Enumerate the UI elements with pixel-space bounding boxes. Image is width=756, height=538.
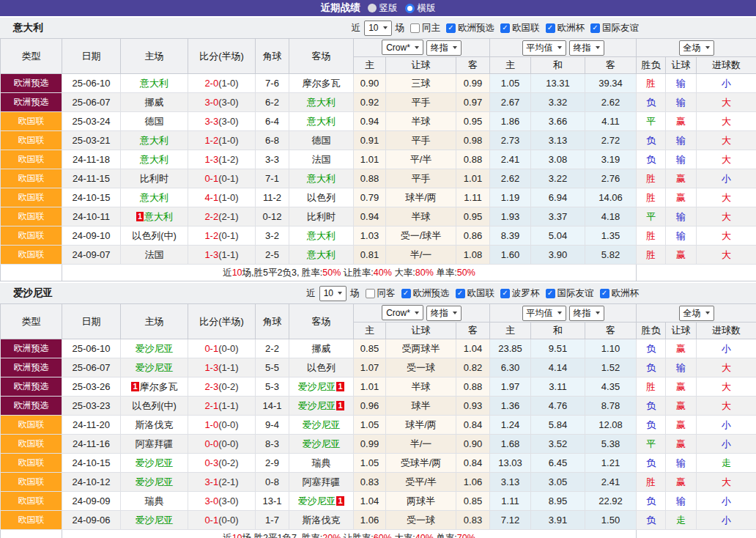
- asia-handicap: 受球半/两: [386, 454, 456, 473]
- radio-checked-icon[interactable]: [405, 4, 415, 13]
- result-handicap: 赢: [676, 249, 686, 260]
- competition-checkbox[interactable]: ✓: [500, 23, 510, 33]
- bookmaker-select[interactable]: Crow*: [382, 305, 423, 320]
- date-cell: 25-06-07: [62, 358, 121, 377]
- res-cell: 大: [697, 150, 756, 169]
- scope-select[interactable]: 全场: [679, 306, 714, 321]
- competition-label: 欧洲杯: [557, 22, 585, 34]
- res-cell: 赢: [666, 473, 697, 492]
- team-name: 爱沙尼亚: [13, 287, 53, 300]
- competition-checkbox[interactable]: ✓: [590, 23, 600, 33]
- score-cell: 3-1(2-1): [188, 473, 256, 492]
- odds-select-cell: 全场: [637, 39, 756, 57]
- score-cell: 0-1(0-1): [188, 169, 256, 188]
- date-cell: 25-06-10: [62, 339, 121, 358]
- asia-handicap: 受平/半: [386, 473, 456, 492]
- res-cell: 负: [637, 397, 666, 416]
- asia-home-odds: 0.85: [354, 339, 386, 358]
- radio-unchecked-icon[interactable]: [368, 4, 377, 12]
- euro-home-odds: 1.19: [490, 188, 531, 207]
- asia-stage-select[interactable]: 终指: [426, 40, 462, 56]
- euro-away-odds: 1.50: [585, 511, 637, 530]
- filter-bar: 近10场同客✓欧洲预选✓欧国联✓波罗杯✓国际友谊✓欧洲杯: [306, 286, 639, 301]
- column-subheader: 和: [531, 323, 585, 339]
- euro-draw-odds: 6.45: [531, 454, 585, 473]
- euro-home-odds: 23.85: [490, 339, 531, 358]
- competition-checkbox[interactable]: ✓: [546, 23, 555, 33]
- home-team-cell: 以色列(中): [121, 397, 188, 416]
- result-handicap: 输: [676, 457, 686, 468]
- euro-home-odds: 8.39: [490, 226, 531, 246]
- euro-source-select[interactable]: 平均值: [522, 40, 566, 56]
- summary-spacer-right: [637, 265, 756, 281]
- scope-select[interactable]: 全场: [679, 40, 714, 56]
- competition-cell: 欧洲预选: [1, 339, 62, 358]
- euro-stage-select[interactable]: 终指: [569, 306, 604, 321]
- euro-source-select[interactable]: 平均值: [522, 306, 566, 321]
- competition-checkbox[interactable]: ✓: [500, 289, 510, 298]
- column-header: 客场: [289, 39, 354, 74]
- score-cell: 1-3(1-2): [188, 150, 256, 169]
- table-row: 欧国联24-11-16阿塞拜疆0-0(0-0)8-3爱沙尼亚0.99半/一0.9…: [1, 435, 756, 454]
- res-cell: 负: [637, 358, 666, 377]
- competition-cell: 欧国联: [1, 492, 62, 511]
- fulltime-score: 2-3: [204, 381, 218, 392]
- asia-home-odds: 1.07: [354, 358, 386, 377]
- res-cell: 输: [666, 93, 697, 112]
- summary-segment: 大率:: [392, 533, 415, 538]
- team-name-text: 意大利: [140, 154, 168, 165]
- result-handicap: 赢: [676, 419, 686, 430]
- euro-draw-odds: 5.84: [531, 416, 585, 435]
- competition-checkbox[interactable]: ✓: [401, 289, 411, 298]
- horizontal-layout-label: 横版: [418, 2, 436, 15]
- home-team-cell: 1摩尔多瓦: [121, 377, 188, 397]
- competition-cell: 欧洲预选: [1, 93, 62, 112]
- competition-checkbox[interactable]: ✓: [600, 289, 609, 298]
- recent-count-select[interactable]: 10: [319, 286, 346, 301]
- fulltime-score: 3-3: [204, 116, 218, 127]
- asia-away-odds: 0.83: [456, 511, 490, 530]
- title-bar: 近期战绩 竖版 横版: [0, 0, 756, 16]
- res-cell: 大: [697, 473, 756, 492]
- res-cell: 小: [697, 339, 756, 358]
- red-card-badge: 1: [336, 382, 344, 391]
- competition-checkbox[interactable]: ✓: [546, 289, 555, 298]
- score-cell: 3-0(3-0): [188, 492, 256, 511]
- home-team-cell: 意大利: [121, 74, 188, 93]
- column-subheader: 胜负: [637, 323, 666, 339]
- recent-count-select[interactable]: 10: [364, 21, 391, 36]
- res-cell: 大: [697, 188, 756, 207]
- asia-stage-select[interactable]: 终指: [426, 306, 462, 321]
- euro-home-odds: 1.93: [490, 207, 531, 226]
- res-cell: 大: [697, 112, 756, 131]
- res-cell: 负: [637, 492, 666, 511]
- team-name-text: 德国: [145, 116, 164, 127]
- euro-stage-select-value: 终指: [574, 307, 591, 320]
- same-venue-checkbox[interactable]: [366, 289, 375, 298]
- table-row: 欧洲预选25-06-10爱沙尼亚0-1(0-0)2-2挪威0.85受两球半1.0…: [1, 339, 756, 358]
- red-card-badge: 1: [336, 401, 344, 410]
- scope-select-value: 全场: [683, 307, 701, 320]
- result-goals: 小: [722, 173, 731, 184]
- odds-select-cell: 平均值终指: [490, 304, 637, 323]
- euro-away-odds: 1.10: [585, 339, 637, 358]
- res-cell: 负: [637, 150, 666, 169]
- team-name-text: 意大利: [140, 135, 168, 146]
- result-goals: 小: [722, 78, 731, 89]
- result-goals: 小: [722, 343, 731, 354]
- vertical-layout-radio[interactable]: 竖版: [368, 2, 398, 15]
- table-row: 欧国联24-10-111意大利2-2(2-1)0-12比利时0.94半球0.95…: [1, 207, 756, 226]
- bookmaker-select[interactable]: Crow*: [382, 40, 423, 55]
- euro-stage-select[interactable]: 终指: [569, 40, 604, 56]
- euro-away-odds: 2.72: [585, 131, 637, 150]
- result-handicap: 输: [676, 135, 686, 146]
- asia-home-odds: 1.05: [354, 416, 386, 435]
- team-name-text: 爱沙尼亚: [303, 438, 341, 449]
- competition-checkbox[interactable]: ✓: [456, 289, 465, 298]
- result-goals: 大: [722, 249, 731, 260]
- home-team-cell: 斯洛伐克: [121, 416, 188, 435]
- same-venue-checkbox[interactable]: [410, 23, 420, 33]
- team-name: 意大利: [13, 21, 43, 34]
- horizontal-layout-radio[interactable]: 横版: [405, 2, 436, 15]
- competition-checkbox[interactable]: ✓: [446, 23, 456, 33]
